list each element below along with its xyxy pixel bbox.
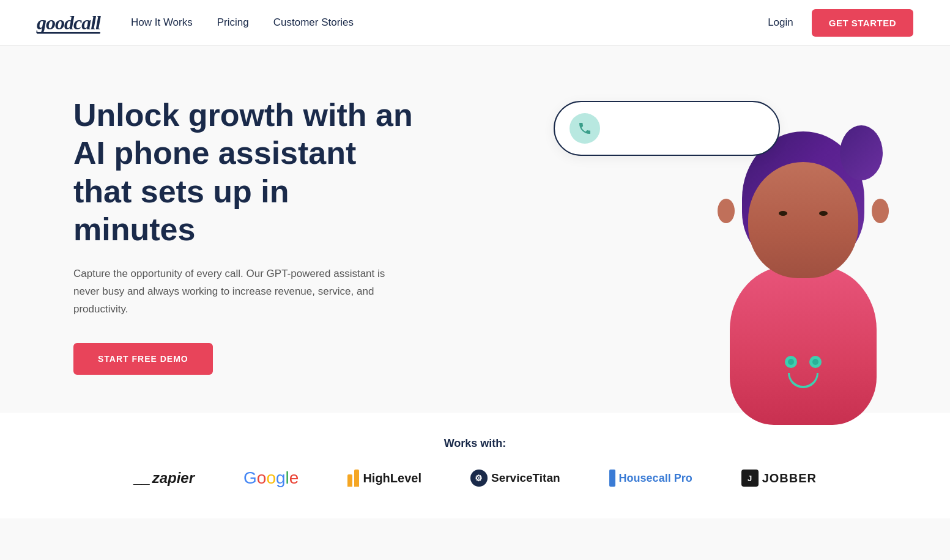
start-demo-button[interactable]: START FREE DEMO: [73, 343, 213, 375]
highlevel-icon: [347, 470, 359, 487]
robot-torso: [730, 266, 877, 425]
robot-ear-left: [718, 199, 735, 223]
get-started-button[interactable]: GET STARTED: [812, 9, 913, 37]
zapier-logo: __ zapier: [133, 470, 195, 487]
robot-head: [748, 162, 858, 278]
hl-bar-2: [354, 470, 359, 487]
housecallpro-logo: Housecall Pro: [609, 470, 692, 487]
robot-ear-right: [872, 199, 889, 223]
zapier-text: zapier: [152, 470, 195, 487]
nav-how-it-works[interactable]: How It Works: [131, 17, 193, 29]
housecall-text: Housecall Pro: [619, 472, 692, 485]
servicetitan-icon: ⚙: [470, 470, 488, 487]
zapier-dash-icon: __: [133, 470, 150, 487]
robot-torso-face: [785, 356, 822, 388]
robot-hair-bun: [840, 125, 883, 180]
phone-icon: [577, 121, 592, 136]
google-logo: Google: [243, 468, 299, 488]
highlevel-logo: HighLevel: [347, 470, 421, 487]
servicetitan-text: ServiceTitan: [491, 471, 560, 485]
robot-eye-right: [819, 211, 828, 216]
site-logo[interactable]: goodcall: [37, 12, 100, 34]
hero-right: [535, 89, 913, 382]
robot-torso-smile: [788, 373, 818, 388]
robot-torso-eye-left: [785, 356, 797, 368]
login-link[interactable]: Login: [768, 17, 793, 29]
nav-right: Login GET STARTED: [768, 9, 913, 37]
hl-bar-1: [347, 474, 352, 487]
jobber-logo: J JOBBER: [741, 470, 817, 487]
robot-torso-eye-right: [809, 356, 822, 368]
logos-row: __ zapier Google HighLevel ⚙ ServiceTita…: [37, 468, 913, 488]
nav-pricing[interactable]: Pricing: [217, 17, 249, 29]
nav-customer-stories[interactable]: Customer Stories: [273, 17, 354, 29]
servicetitan-logo: ⚙ ServiceTitan: [470, 470, 560, 487]
housecall-icon: [609, 470, 615, 487]
hero-subtitle: Capture the opportunity of every call. O…: [73, 265, 392, 319]
jobber-icon: J: [741, 470, 759, 487]
phone-icon-circle: [570, 113, 600, 144]
google-text: Google: [243, 468, 299, 488]
hero-section: Unlock growth with an AI phone assistant…: [0, 46, 950, 413]
robot-eye-left: [779, 211, 787, 216]
navbar: goodcall How It Works Pricing Customer S…: [0, 0, 950, 46]
works-with-title: Works with:: [37, 437, 913, 450]
ai-character: [705, 125, 901, 431]
nav-links: How It Works Pricing Customer Stories: [131, 17, 768, 29]
jobber-text: JOBBER: [762, 471, 817, 485]
call-bubble: [554, 101, 780, 156]
hero-title: Unlock growth with an AI phone assistant…: [73, 96, 416, 249]
highlevel-text: HighLevel: [363, 471, 421, 485]
hero-left: Unlock growth with an AI phone assistant…: [73, 96, 535, 375]
robot-torso-eyes: [785, 356, 822, 368]
